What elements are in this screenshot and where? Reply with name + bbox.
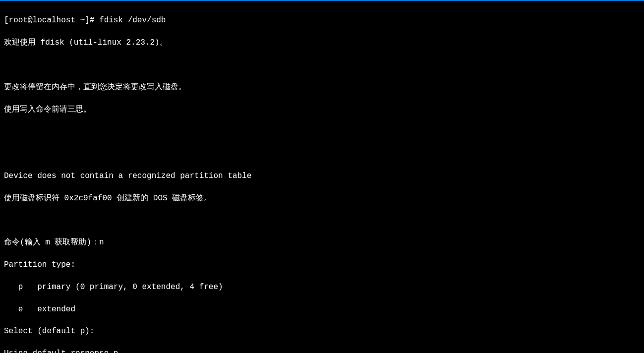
terminal-line: [root@localhost ~]# fdisk /dev/sdb	[4, 15, 640, 26]
terminal-line: Device does not contain a recognized par…	[4, 171, 640, 181]
terminal-line: Partition type:	[4, 259, 640, 270]
terminal-line: 使用磁盘标识符 0x2c9faf00 创建新的 DOS 磁盘标签。	[4, 193, 640, 204]
terminal-line: 命令(输入 m 获取帮助)：n	[4, 237, 640, 248]
terminal-line: Using default response p	[4, 348, 640, 353]
terminal-line	[4, 126, 640, 137]
terminal-output[interactable]: [root@localhost ~]# fdisk /dev/sdb 欢迎使用 …	[4, 4, 640, 353]
terminal-line: p primary (0 primary, 0 extended, 4 free…	[4, 282, 640, 293]
terminal-line	[4, 148, 640, 159]
terminal-line: Select (default p):	[4, 326, 640, 337]
terminal-line	[4, 215, 640, 226]
terminal-line: 更改将停留在内存中，直到您决定将更改写入磁盘。	[4, 82, 640, 93]
terminal-line: 欢迎使用 fdisk (util-linux 2.23.2)。	[4, 37, 640, 48]
terminal-line: 使用写入命令前请三思。	[4, 104, 640, 115]
terminal-line	[4, 59, 640, 70]
terminal-line: e extended	[4, 304, 640, 315]
